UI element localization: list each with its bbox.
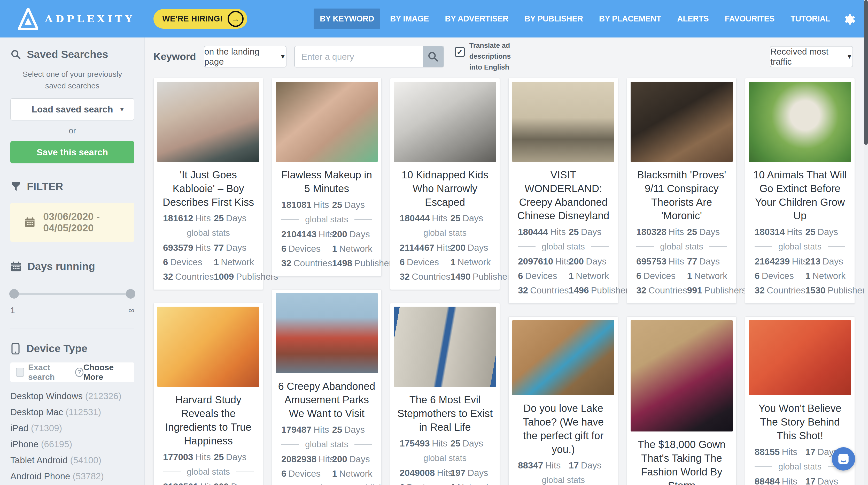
stat-devices: 6Devices [636,271,687,281]
stat-countries: 32Countries [281,258,332,268]
nav-item-by-publisher[interactable]: BY PUBLISHER [518,8,589,29]
slider-handle-min[interactable] [9,289,19,298]
stat-days: 25Days [332,200,372,210]
page-scrollbar[interactable] [864,0,868,485]
global-stats-divider: global stats [163,467,254,477]
makeup-woman-photo[interactable] [276,82,378,162]
days-running-title: Days running [27,260,95,273]
adplexity-logo[interactable]: ADPLEXITY [18,8,135,30]
sunlit-woman-photo[interactable] [157,307,259,387]
arrow-right-icon: → [227,11,244,27]
choose-more-link[interactable]: Choose More [84,363,129,382]
nav-item-tutorial[interactable]: TUTORIAL [784,8,836,29]
stat-hits: 181612Hits [163,213,214,223]
translate-label: Translate ad descriptions into English [469,40,525,73]
gear-icon[interactable] [843,12,856,26]
nav-item-alerts[interactable]: ALERTS [671,8,715,29]
global-stats-label: global stats [187,228,230,238]
stat-hits: 2097610Hits [518,256,569,266]
nav-item-by-keyword[interactable]: BY KEYWORD [314,8,380,29]
ad-card[interactable]: Blacksmith 'Proves' 9/11 Conspiracy Theo… [627,78,737,304]
lake-pendant-necklaces-photo[interactable] [512,320,614,395]
stat-publishers: 1496Publishers [569,285,609,295]
ad-stats: 180328Hits25Days global stats 695753Hits… [630,224,733,295]
ad-card[interactable]: 10 Kidnapped Kids Who Narrowly Escaped 1… [390,78,500,290]
query-input[interactable] [295,46,423,67]
ad-title: VISIT WONDERLAND: Creepy Abandoned Chine… [514,168,612,223]
nav-item-by-placement[interactable]: BY PLACEMENT [593,8,667,29]
stat-devices: 6Devices [518,271,569,281]
nav-item-favourites[interactable]: FAVOURITES [718,8,781,29]
ad-stats-top: 88155Hits17Days [754,447,845,457]
slider-handle-max[interactable] [126,289,135,298]
stat-hits: 695753Hits [636,256,687,266]
ad-title: You Won't Believe The Story Behind This … [751,401,849,443]
stat-devices: 6Devices [163,257,214,267]
stat-network: 1Network [451,257,490,267]
sort-dropdown[interactable]: Received most traffic ▼ [770,46,853,67]
intercom-chat-button[interactable] [832,447,855,470]
ad-stats-global: 88484Hits17Days6Devices1Network32Countri… [754,476,845,485]
ad-card[interactable]: Do you love Lake Tahoe? (We have the per… [508,316,618,485]
stat-network: 1Network [805,271,845,281]
ad-card[interactable]: 10 Animals That Will Go Extinct Before Y… [745,78,855,304]
flowing-red-dress-photo[interactable] [749,320,851,395]
stat-network: 1Network [569,271,609,281]
stat-hits: 2164239Hits [754,256,805,266]
saved-searches-hint: Select one of your previously saved sear… [13,68,132,91]
stat-hits: 88347Hits [518,460,569,470]
lemur-in-trees-photo[interactable] [749,82,851,162]
amusement-park-photo[interactable] [276,293,378,373]
mugshot-collage-photo[interactable] [394,307,496,387]
keyword-scope-dropdown[interactable]: on the landing page ▼ [204,46,286,67]
list-item[interactable]: Tablet Android (54100) [10,455,134,465]
save-this-search-button[interactable]: Save this search [10,141,134,163]
ad-title: Harvard Study Reveals the Ingredients to… [159,393,257,448]
ad-stats-global: 693579Hits77Days6Devices1Network32Countr… [163,242,254,282]
ad-card[interactable]: The $18,000 Gown That's Taking The Fashi… [627,316,737,485]
stat-devices: 6Devices [400,257,451,267]
blacksmith-workshop-photo[interactable] [630,82,733,162]
translate-checkbox[interactable]: ✓ [455,47,465,57]
list-item[interactable]: iPhone (66195) [10,439,134,449]
load-saved-search-dropdown[interactable]: Load saved search ▼ [10,98,134,120]
global-stats-divider: global stats [400,228,490,238]
black-red-gown-photo[interactable] [630,320,733,431]
abandoned-castle-photo[interactable] [512,82,614,162]
hiring-banner[interactable]: WE'RE HIRING! → [153,9,247,29]
ad-card[interactable]: Harvard Study Reveals the Ingredients to… [153,303,263,485]
days-running-slider [10,289,134,298]
exact-search-checkbox[interactable] [16,368,24,377]
list-item[interactable]: Android Phone (53782) [10,471,134,481]
ad-card[interactable]: The 6 Most Evil Stepmothers to Exist in … [390,303,500,485]
slider-track[interactable] [10,293,134,295]
list-item[interactable]: Desktop Mac (112531) [10,407,134,417]
ad-card[interactable]: 6 Creepy Abandoned Amusement Parks We Wa… [272,289,381,485]
item-count: (112531) [63,407,101,417]
ad-card[interactable]: Flawless Makeup in 5 Minutes 181081Hits2… [272,78,381,276]
global-stats-divider: global stats [518,475,609,485]
stat-hits: 180314Hits [754,227,805,237]
vintage-kid-portrait-photo[interactable] [394,82,496,162]
page-scrollbar-thumb[interactable] [864,0,868,145]
ad-card[interactable]: VISIT WONDERLAND: Creepy Abandoned Chine… [508,78,618,304]
stat-days: 25Days [569,227,609,237]
help-icon[interactable]: ? [75,368,83,377]
search-button[interactable] [423,46,443,67]
global-stats-divider: global stats [754,242,845,252]
stat-hits: 2049008Hits [400,468,451,478]
list-item[interactable]: Desktop Windows (212326) [10,391,134,401]
ad-card[interactable]: 'It Just Goes Kablooie' – Boy Describes … [153,78,263,290]
stat-days: 77Days [214,242,254,253]
device-type-list: Desktop Windows (212326)Desktop Mac (112… [10,391,134,481]
stat-days: 209Days [214,481,254,485]
list-item[interactable]: iPad (71309) [10,423,134,433]
item-count: (212326) [83,391,121,401]
nav-item-by-advertiser[interactable]: BY ADVERTISER [439,8,515,29]
date-range-picker[interactable]: 03/06/2020 - 04/05/2020 [10,203,134,242]
boy-first-kiss-photo[interactable] [157,82,259,162]
nav-item-by-image[interactable]: BY IMAGE [384,8,435,29]
divider [10,329,134,329]
stat-days: 77Days [687,256,727,266]
ad-stats-top: 181612Hits25Days [163,213,254,223]
